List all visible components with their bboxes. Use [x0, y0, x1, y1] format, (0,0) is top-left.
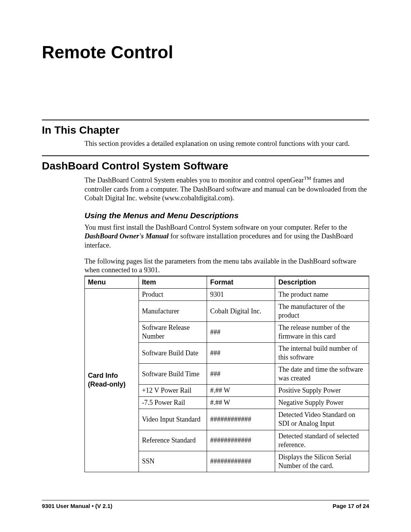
footer-page-number: Page 17 of 24 [333, 503, 369, 509]
th-description: Description [275, 276, 369, 289]
menu-label-line2: (Read-only) [88, 380, 126, 388]
cell-desc: The product name [275, 289, 369, 301]
cell-item: Software Release Number [139, 322, 207, 343]
subsection-heading: Using the Menus and Menu Descriptions [84, 211, 369, 221]
cell-format: ### [207, 322, 275, 343]
cell-format: ### [207, 343, 275, 364]
dashboard-p2: The following pages list the parameters … [84, 257, 369, 275]
parameter-table: Menu Item Format Description Card Info (… [84, 276, 369, 472]
table-header-row: Menu Item Format Description [85, 276, 369, 289]
divider [42, 120, 369, 120]
intro-pre: The DashBoard Control System enables you… [84, 176, 304, 184]
table-row: Card Info (Read-only) Product 9301 The p… [85, 289, 369, 301]
cell-desc: Negative Supply Power [275, 397, 369, 409]
cell-desc: The internal build number of this softwa… [275, 343, 369, 364]
cell-desc: Displays the Silicon Serial Number of th… [275, 451, 369, 472]
cell-item: Reference Standard [139, 430, 207, 451]
cell-item: Video Input Standard [139, 409, 207, 430]
cell-desc: Detected Video Standard on SDI or Analog… [275, 409, 369, 430]
cell-format: #.## W [207, 397, 275, 409]
cell-format: ### [207, 364, 275, 385]
footer-manual-version: 9301 User Manual • (V 2.1) [42, 503, 112, 509]
cell-item: Software Build Time [139, 364, 207, 385]
cell-format: ############ [207, 451, 275, 472]
cell-item: -7.5 Power Rail [139, 397, 207, 409]
th-item: Item [139, 276, 207, 289]
section-heading-in-this-chapter: In This Chapter [42, 124, 369, 136]
cell-format: ############ [207, 409, 275, 430]
dashboard-p1: You must first install the DashBoard Con… [84, 223, 369, 250]
cell-format: #.## W [207, 385, 275, 397]
cell-desc: The manufacturer of the product [275, 301, 369, 322]
chapter-title: Remote Control [42, 42, 369, 62]
th-menu: Menu [85, 276, 139, 289]
dashboard-intro: The DashBoard Control System enables you… [84, 175, 369, 203]
cell-format: 9301 [207, 289, 275, 301]
cell-item: Manufacturer [139, 301, 207, 322]
cell-desc: Positive Supply Power [275, 385, 369, 397]
cell-desc: The release number of the firmware in th… [275, 322, 369, 343]
cell-item: +12 V Power Rail [139, 385, 207, 397]
cell-desc: Detected standard of selected reference. [275, 430, 369, 451]
th-format: Format [207, 276, 275, 289]
divider [42, 155, 369, 156]
menu-cell: Card Info (Read-only) [85, 289, 139, 472]
cell-item: Software Build Date [139, 343, 207, 364]
table-body: Card Info (Read-only) Product 9301 The p… [85, 289, 369, 472]
in-this-chapter-body: This section provides a detailed explana… [84, 139, 369, 149]
page-footer: 9301 User Manual • (V 2.1) Page 17 of 24 [42, 500, 369, 509]
section-heading-dashboard: DashBoard Control System Software [42, 160, 369, 172]
p1-pre: You must first install the DashBoard Con… [84, 224, 347, 231]
cell-desc: The date and time the software was creat… [275, 364, 369, 385]
cell-item: Product [139, 289, 207, 301]
cell-item: SSN [139, 451, 207, 472]
owners-manual-ref: DashBoard Owner's Manual [84, 232, 169, 240]
cell-format: Cobalt Digital Inc. [207, 301, 275, 322]
cell-format: ############ [207, 430, 275, 451]
menu-label-line1: Card Info [88, 372, 118, 379]
trademark-superscript: TM [304, 175, 311, 181]
